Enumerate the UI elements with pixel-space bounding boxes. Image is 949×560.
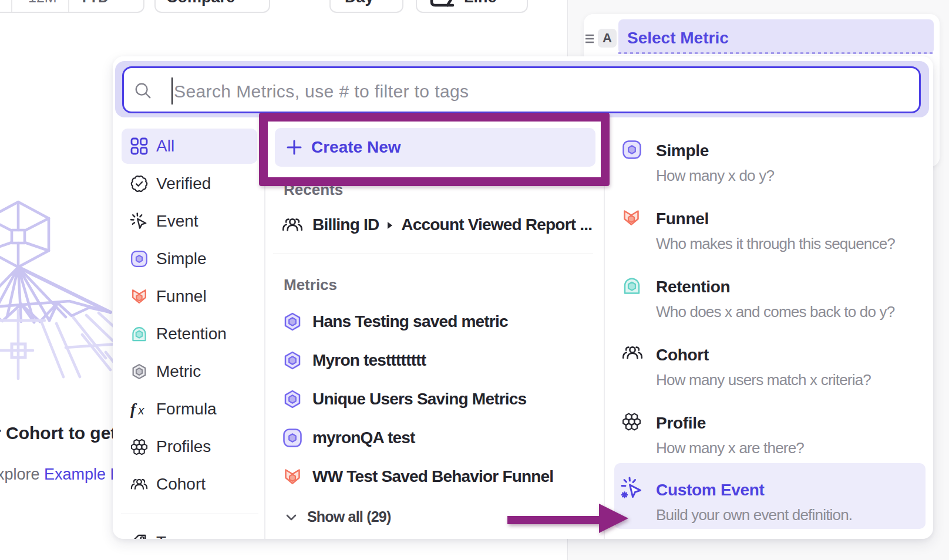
svg-text:x: x <box>137 404 144 417</box>
svg-text:f: f <box>130 400 137 418</box>
